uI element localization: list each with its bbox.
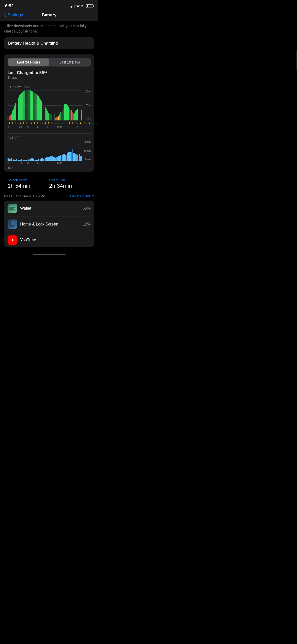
charging-seg: —	[62, 122, 64, 124]
charging-seg: ⚡	[74, 122, 76, 124]
battery-bar	[74, 113, 75, 120]
activity-x-axis: 9 12 A 3 6 9 12 P 3 6	[8, 162, 91, 167]
last-charged-sub: 1h ago	[8, 76, 91, 79]
divider-2	[8, 133, 91, 134]
activity-bar	[38, 159, 40, 161]
charging-seg: ⚡	[19, 122, 22, 124]
battery-bar	[41, 101, 42, 120]
activity-bar	[8, 158, 9, 161]
battery-bar	[65, 104, 66, 120]
battery-bar	[62, 110, 62, 120]
app-row-wallet[interactable]: Wallet 65%	[4, 201, 94, 216]
battery-chart-area: 100% 50% 0%	[8, 90, 91, 120]
battery-bar	[47, 111, 48, 120]
battery-level-label: BATTERY LEVEL	[8, 86, 91, 89]
battery-bar	[20, 94, 21, 120]
back-button[interactable]: Settings	[4, 13, 23, 18]
svg-rect-9	[11, 225, 12, 226]
activity-bar	[23, 160, 24, 161]
battery-bar	[44, 105, 44, 120]
battery-bar	[46, 109, 47, 120]
battery-bar	[10, 115, 11, 120]
activity-bar	[62, 155, 63, 161]
tab-last-10-days[interactable]: Last 10 Days	[49, 58, 90, 66]
battery-bar	[26, 90, 26, 120]
homescreen-pct: 12%	[83, 222, 91, 227]
status-bar: 6:52 21	[0, 0, 98, 11]
time-tab-bar: Last 24 Hours Last 10 Days	[8, 58, 91, 67]
battery-bar	[11, 114, 12, 120]
battery-bar	[35, 93, 35, 120]
usage-section: BATTERY USAGE BY APP SHOW ACTIVITY Walle…	[4, 193, 94, 247]
battery-bar	[64, 104, 64, 120]
battery-bar	[14, 106, 15, 120]
battery-bar	[40, 100, 41, 120]
activity-bar	[33, 159, 35, 161]
battery-bar	[66, 104, 67, 120]
battery-bar	[28, 90, 28, 120]
battery-health-row[interactable]: Battery Health & Charging ›	[4, 37, 94, 49]
battery-bar	[45, 107, 45, 120]
battery-bar	[70, 108, 70, 120]
svg-rect-5	[10, 208, 11, 208]
activity-bar	[51, 156, 53, 161]
charging-seg: —	[55, 122, 57, 124]
ax-label-5: 12 P	[57, 162, 62, 165]
app-list: Wallet 65% Home & Lock Screen 12%	[4, 201, 94, 247]
x-label-4: 9	[47, 126, 52, 129]
wallet-pct: 65%	[83, 206, 91, 211]
home-bar	[33, 254, 65, 255]
usage-header: BATTERY USAGE BY APP SHOW ACTIVITY	[4, 193, 94, 201]
activity-bar	[18, 160, 19, 161]
charging-seg: ⚡	[28, 122, 30, 124]
charging-seg: ⚡	[83, 122, 85, 124]
battery-bar	[75, 111, 76, 120]
x-label-0: 9	[8, 126, 13, 129]
signal-icon	[70, 5, 75, 8]
battery-bar	[72, 112, 73, 120]
activity-bar	[29, 159, 31, 161]
battery-bar	[57, 117, 58, 120]
status-time: 6:52	[5, 4, 14, 9]
x-label-1: 12 A	[17, 126, 22, 129]
charging-seg: —	[92, 122, 94, 124]
ax-label-0: 9	[8, 162, 13, 165]
activity-bar	[41, 158, 43, 161]
activity-bar	[80, 156, 82, 161]
x-label-5: 12 P	[57, 126, 62, 129]
charging-seg: —	[53, 122, 55, 124]
charging-seg: ⚡	[25, 122, 27, 124]
battery-bar	[55, 118, 56, 120]
battery-bar	[24, 90, 25, 120]
wallet-icon	[8, 204, 17, 213]
activity-bar	[36, 160, 38, 161]
battery-bar	[34, 92, 34, 120]
app-row-youtube[interactable]: YouTube	[4, 232, 94, 247]
battery-health-section: Battery Health & Charging ›	[4, 37, 94, 49]
chevron-right-icon: ›	[89, 41, 90, 46]
nav-bar: Settings Battery	[0, 11, 98, 21]
battery-bar	[77, 109, 78, 120]
ax-label-7: 6	[77, 162, 82, 165]
battery-bar	[37, 95, 38, 120]
battery-x-axis: 9 12 A 3 6 9 12 P 3 6	[8, 126, 91, 131]
activity-label: ACTIVITY	[8, 136, 91, 139]
homescreen-name: Home & Lock Screen	[20, 222, 80, 227]
battery-bar	[39, 98, 40, 120]
last-charged: Last Charged to 56% 1h ago	[8, 71, 91, 79]
show-activity-button[interactable]: SHOW ACTIVITY	[69, 194, 94, 198]
tab-last-24-hours[interactable]: Last 24 Hours	[8, 58, 49, 66]
battery-bar	[31, 91, 32, 120]
last-charged-title: Last Charged to 56%	[8, 71, 91, 75]
ax-label-1: 12 A	[17, 162, 22, 165]
charging-seg: ⚡	[44, 122, 47, 124]
charging-seg: ⚡	[17, 122, 19, 124]
activity-bar	[26, 160, 28, 161]
activity-bar	[48, 157, 50, 161]
charging-seg: ⚡	[71, 122, 74, 124]
battery-text: 21	[81, 4, 85, 8]
x-label-3: 6	[37, 126, 42, 129]
app-row-homescreen[interactable]: Home & Lock Screen 12%	[4, 216, 94, 232]
ax-label-2: 3	[27, 162, 32, 165]
screen-active-label: Screen Active	[8, 178, 49, 182]
